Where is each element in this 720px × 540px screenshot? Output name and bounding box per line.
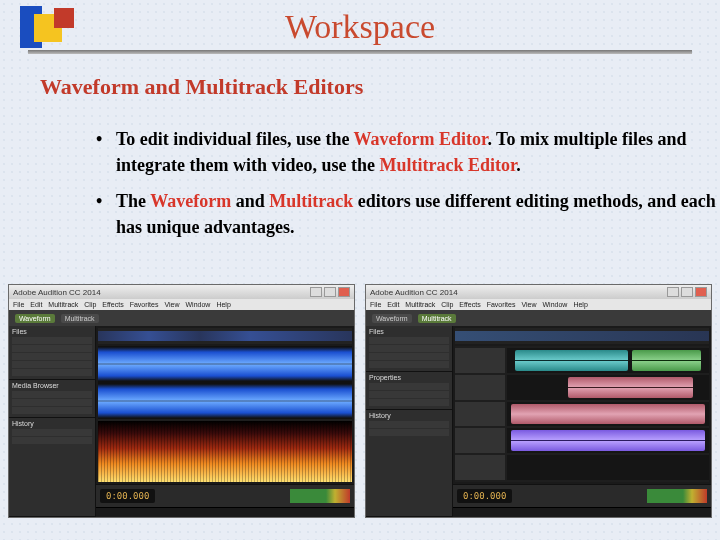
tab-waveform: Waveform bbox=[15, 314, 55, 323]
app-title: Adobe Audition CC 2014 bbox=[370, 288, 458, 297]
overview-strip bbox=[98, 328, 352, 344]
panel-properties: Properties bbox=[369, 374, 449, 381]
timecode: 0:00.000 bbox=[100, 489, 155, 503]
side-panel: Files Media Browser History bbox=[9, 326, 96, 517]
bullet-2: The Waveform and Multitrack editors use … bbox=[96, 188, 716, 240]
overview-strip bbox=[455, 328, 709, 344]
panel-history: History bbox=[369, 412, 449, 419]
screenshots-row: Adobe Audition CC 2014 File Edit Multitr… bbox=[8, 284, 712, 518]
screenshot-waveform-editor: Adobe Audition CC 2014 File Edit Multitr… bbox=[8, 284, 355, 518]
level-meter bbox=[647, 489, 707, 503]
slide-subtitle: Waveform and Multitrack Editors bbox=[40, 74, 363, 100]
screenshot-multitrack-editor: Adobe Audition CC 2014 File Edit Multitr… bbox=[365, 284, 712, 518]
tab-multitrack: Multitrack bbox=[61, 314, 99, 323]
transport-bar: 0:00.000 bbox=[96, 484, 354, 507]
window-titlebar: Adobe Audition CC 2014 bbox=[9, 285, 354, 299]
mode-toolbar: Waveform Multitrack bbox=[366, 310, 711, 326]
slide-title: Workspace bbox=[0, 8, 720, 46]
menu-bar: File Edit Multitrack Clip Effects Favori… bbox=[9, 299, 354, 310]
multitrack-tracks bbox=[455, 346, 709, 482]
panel-history: History bbox=[12, 420, 92, 427]
level-meter bbox=[290, 489, 350, 503]
spectral-display bbox=[98, 421, 352, 482]
transport-bar: 0:00.000 bbox=[453, 484, 711, 507]
app-title: Adobe Audition CC 2014 bbox=[13, 288, 101, 297]
panel-media: Media Browser bbox=[12, 382, 92, 389]
bullet-1: To edit individual files, use the Wavefo… bbox=[96, 126, 716, 178]
waveform-display bbox=[98, 346, 352, 419]
panel-files: Files bbox=[369, 328, 449, 335]
window-buttons bbox=[667, 287, 707, 297]
panel-files: Files bbox=[12, 328, 92, 335]
timecode: 0:00.000 bbox=[457, 489, 512, 503]
title-rule bbox=[28, 50, 692, 54]
window-titlebar: Adobe Audition CC 2014 bbox=[366, 285, 711, 299]
menu-bar: File Edit Multitrack Clip Effects Favori… bbox=[366, 299, 711, 310]
tab-multitrack: Multitrack bbox=[418, 314, 456, 323]
mode-toolbar: Waveform Multitrack bbox=[9, 310, 354, 326]
bullet-list: To edit individual files, use the Wavefo… bbox=[56, 126, 716, 250]
tab-waveform: Waveform bbox=[372, 314, 412, 323]
window-buttons bbox=[310, 287, 350, 297]
side-panel: Files Properties History bbox=[366, 326, 453, 517]
